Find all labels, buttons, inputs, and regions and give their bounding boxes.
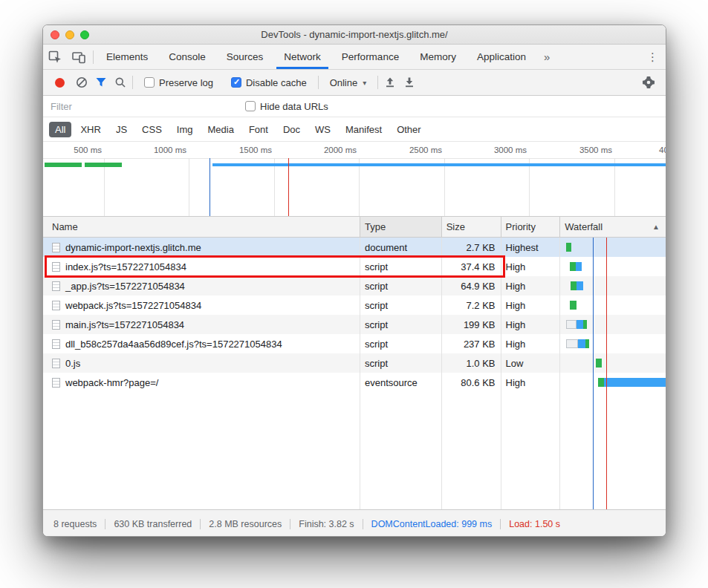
table-row-webpack-js[interactable]: webpack.js?ts=1572271054834 script 7.2 K… bbox=[43, 295, 666, 315]
device-toolbar-icon bbox=[71, 50, 86, 65]
status-separator bbox=[105, 519, 105, 529]
cell-type: script bbox=[360, 295, 442, 315]
finish-time: Finish: 3.82 s bbox=[299, 519, 354, 529]
filter-pill-doc[interactable]: Doc bbox=[277, 122, 306, 137]
gridline bbox=[189, 158, 189, 216]
throttling-dropdown[interactable]: Online ▾ bbox=[330, 77, 367, 88]
waterfall-bar bbox=[577, 281, 583, 290]
record-network-log-button[interactable] bbox=[55, 78, 65, 88]
tab-memory[interactable]: Memory bbox=[409, 45, 467, 69]
filter-pill-css[interactable]: CSS bbox=[136, 122, 168, 137]
network-overview-timeline[interactable]: 500 ms 1000 ms 1500 ms 2000 ms 2500 ms 3… bbox=[43, 142, 666, 217]
disable-cache-checkbox[interactable]: Disable cache bbox=[231, 77, 307, 88]
filter-pill-ws[interactable]: WS bbox=[309, 122, 337, 137]
table-row-app-js[interactable]: _app.js?ts=1572271054834 script 64.9 KB … bbox=[43, 276, 666, 295]
cell-priority: High bbox=[501, 315, 561, 334]
waterfall-bar bbox=[577, 320, 583, 329]
tab-sources[interactable]: Sources bbox=[216, 45, 274, 69]
filter-pill-all[interactable]: All bbox=[49, 122, 71, 137]
cell-waterfall bbox=[560, 295, 666, 315]
load-time: Load: 1.50 s bbox=[509, 519, 560, 529]
status-separator bbox=[200, 519, 201, 529]
column-header-label: Priority bbox=[506, 221, 536, 232]
request-name: index.js?ts=1572271054834 bbox=[65, 261, 186, 272]
table-row-document[interactable]: dynamic-import-nextjs.glitch.me document… bbox=[43, 238, 666, 257]
file-icon bbox=[52, 320, 60, 330]
tab-label: Console bbox=[169, 51, 206, 62]
table-row-index-js[interactable]: index.js?ts=1572271054834 script 37.4 KB… bbox=[43, 257, 666, 276]
tick-label: 2500 ms bbox=[407, 146, 442, 154]
table-row-webpack-hmr[interactable]: webpack-hmr?page=/ eventsource 80.6 KB H… bbox=[43, 373, 666, 392]
cell-type: script bbox=[360, 276, 442, 295]
clear-icon bbox=[76, 76, 88, 88]
column-header-size[interactable]: Size bbox=[442, 217, 501, 237]
filter-pill-font[interactable]: Font bbox=[243, 122, 274, 137]
cell-waterfall bbox=[560, 276, 666, 295]
export-har-button[interactable] bbox=[400, 73, 419, 92]
empty-cell bbox=[501, 392, 561, 509]
filter-pill-img[interactable]: Img bbox=[171, 122, 199, 137]
tab-label: Memory bbox=[420, 51, 456, 62]
cell-priority: High bbox=[501, 373, 561, 392]
filter-pill-media[interactable]: Media bbox=[201, 122, 239, 137]
tab-elements[interactable]: Elements bbox=[96, 45, 158, 69]
inspect-cursor-icon bbox=[48, 50, 62, 65]
waterfall-bar bbox=[571, 281, 577, 290]
filter-pill-js[interactable]: JS bbox=[110, 122, 133, 137]
table-row-dll-js[interactable]: dll_b58c257da4aa56d89cef.js?ts=157227105… bbox=[43, 334, 666, 353]
tick-label: 4000 ms bbox=[659, 146, 666, 154]
request-name: _app.js?ts=1572271054834 bbox=[65, 281, 185, 292]
cell-size: 237 KB bbox=[442, 334, 501, 353]
column-header-waterfall[interactable]: Waterfall ▲ bbox=[560, 217, 666, 237]
cell-type: script bbox=[360, 334, 442, 353]
filter-pill-xhr[interactable]: XHR bbox=[74, 122, 106, 137]
empty-cell bbox=[560, 392, 666, 509]
load-marker-line bbox=[606, 238, 607, 509]
chevron-down-icon: ▾ bbox=[363, 79, 366, 87]
column-header-name[interactable]: Name bbox=[43, 217, 360, 237]
network-settings-button[interactable] bbox=[639, 73, 658, 92]
devtools-menu-button[interactable]: ⋮ bbox=[640, 45, 666, 69]
gridline bbox=[274, 158, 275, 216]
inspect-element-button[interactable] bbox=[43, 45, 67, 69]
waterfall-bar bbox=[596, 359, 602, 368]
tab-application[interactable]: Application bbox=[467, 45, 536, 69]
checkbox-checked-icon bbox=[231, 77, 241, 88]
overview-request-bar bbox=[85, 163, 122, 167]
filter-pill-other[interactable]: Other bbox=[391, 122, 427, 137]
clear-network-log-button[interactable] bbox=[72, 73, 91, 92]
column-header-label: Waterfall bbox=[565, 221, 603, 232]
table-row-0-js[interactable]: 0.js script 1.0 KB Low bbox=[43, 353, 666, 373]
search-network-button[interactable] bbox=[111, 73, 130, 92]
filter-input[interactable] bbox=[51, 101, 199, 112]
hide-data-urls-checkbox[interactable]: Hide data URLs bbox=[245, 101, 328, 112]
cell-name: dynamic-import-nextjs.glitch.me bbox=[43, 238, 360, 257]
status-separator bbox=[500, 519, 501, 529]
waterfall-bar bbox=[576, 262, 582, 271]
toggle-device-toolbar-button[interactable] bbox=[67, 45, 91, 69]
devtools-window: DevTools - dynamic-import-nextjs.glitch.… bbox=[42, 24, 666, 537]
preserve-log-checkbox[interactable]: Preserve log bbox=[144, 77, 213, 88]
tab-performance[interactable]: Performance bbox=[331, 45, 409, 69]
funnel-filter-icon bbox=[95, 77, 107, 88]
import-har-button[interactable] bbox=[380, 73, 400, 92]
cell-size: 7.2 KB bbox=[442, 295, 501, 315]
cell-size: 37.4 KB bbox=[442, 257, 501, 276]
column-header-label: Size bbox=[446, 221, 465, 232]
filter-pill-manifest[interactable]: Manifest bbox=[340, 122, 388, 137]
file-icon bbox=[52, 243, 60, 252]
tab-network[interactable]: Network bbox=[273, 45, 331, 69]
column-header-type[interactable]: Type bbox=[360, 217, 442, 237]
cell-name: dll_b58c257da4aa56d89cef.js?ts=157227105… bbox=[43, 334, 360, 353]
empty-cell bbox=[360, 392, 442, 509]
more-tabs-button[interactable]: » bbox=[536, 45, 557, 69]
cell-size: 199 KB bbox=[442, 315, 501, 334]
filter-toggle-button[interactable] bbox=[91, 73, 111, 92]
cell-name: webpack-hmr?page=/ bbox=[43, 373, 360, 392]
tab-console[interactable]: Console bbox=[158, 45, 216, 69]
cell-name: 0.js bbox=[43, 353, 360, 373]
table-row-main-js[interactable]: main.js?ts=1572271054834 script 199 KB H… bbox=[43, 315, 666, 334]
upload-icon bbox=[384, 76, 396, 88]
waterfall-bar bbox=[604, 378, 666, 387]
column-header-priority[interactable]: Priority bbox=[501, 217, 561, 237]
